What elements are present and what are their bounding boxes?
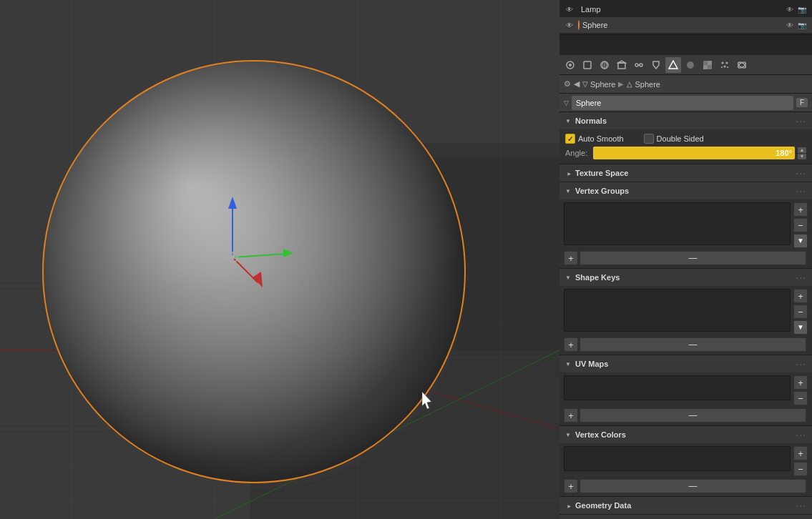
tab-particles[interactable] (717, 57, 733, 73)
geometry-data-options[interactable]: ··· (796, 500, 806, 511)
vertex-colors-remove[interactable]: − (793, 462, 808, 476)
vertex-groups-plus-btn[interactable]: + (564, 251, 578, 265)
shape-keys-minus-btn[interactable]: — (579, 337, 806, 352)
tab-textures[interactable] (700, 57, 715, 73)
lamp-controls: 👁 📷 (785, 6, 808, 14)
lamp-eye-icon[interactable]: 👁 (785, 6, 795, 14)
tab-render[interactable] (562, 57, 578, 73)
uv-maps-plus-btn[interactable]: + (564, 408, 578, 422)
double-sided-checkbox[interactable] (644, 134, 654, 144)
shape-keys-add[interactable]: + (793, 289, 808, 303)
eye-icon-lamp[interactable]: 👁 (564, 4, 575, 15)
sphere-icon (578, 21, 579, 29)
angle-value: 180° (776, 149, 792, 157)
auto-smooth-checkbox[interactable] (565, 134, 575, 144)
vertex-groups-special[interactable]: ▼ (793, 234, 808, 248)
double-sided-label[interactable]: Double Sided (644, 134, 704, 144)
tab-modifiers[interactable] (648, 57, 664, 73)
vertex-groups-remove[interactable]: − (793, 218, 808, 232)
vertex-colors-triangle: ▼ (565, 432, 572, 438)
tab-materials[interactable] (683, 57, 698, 73)
breadcrumb-settings-icon[interactable]: ⚙ (564, 79, 571, 89)
scene-item-lamp[interactable]: 👁 Lamp 👁 📷 (559, 1, 812, 17)
uv-maps-list[interactable] (564, 375, 791, 400)
vertex-groups-list[interactable] (564, 202, 791, 245)
tab-physics[interactable] (734, 57, 750, 73)
vertex-groups-buttons: + − ▼ (793, 202, 808, 248)
uv-maps-options[interactable]: ··· (796, 358, 806, 370)
vertex-colors-body: + − + — (559, 443, 812, 496)
vertex-colors-minus-btn[interactable]: — (579, 479, 806, 493)
tab-object[interactable] (614, 57, 630, 73)
shape-keys-section: ▼ Shape Keys ··· + − ▼ + — (559, 269, 812, 355)
angle-fill (593, 147, 795, 159)
custom-properties-header[interactable]: ▼ Custom Properties ··· (559, 515, 812, 519)
shape-keys-plus-btn[interactable]: + (564, 337, 578, 352)
shape-keys-list[interactable] (564, 289, 791, 332)
svg-rect-45 (584, 61, 591, 69)
normals-header[interactable]: ▼ Normals ··· (559, 112, 812, 129)
texture-space-header[interactable]: ▼ Texture Space ··· (559, 164, 812, 182)
tab-world[interactable] (597, 57, 612, 73)
uv-maps-add[interactable]: + (793, 375, 808, 390)
angle-down-arrow[interactable]: ▼ (798, 154, 806, 159)
vertex-groups-list-area: + − ▼ (564, 202, 808, 248)
viewport-3d[interactable] (0, 0, 559, 519)
svg-point-55 (687, 61, 694, 69)
uv-maps-minus-btn[interactable]: — (579, 408, 806, 422)
uv-maps-list-area: + − (564, 375, 808, 405)
angle-bar[interactable]: 180° (593, 147, 795, 159)
shape-keys-options[interactable]: ··· (796, 272, 806, 283)
shape-keys-special[interactable]: ▼ (793, 320, 808, 335)
normals-options[interactable]: ··· (796, 115, 806, 127)
f-badge[interactable]: F (796, 98, 808, 107)
eye-icon-sphere[interactable]: 👁 (564, 19, 575, 31)
lamp-camera-icon[interactable]: 📷 (796, 6, 808, 14)
vertex-colors-list[interactable] (564, 446, 791, 471)
breadcrumb-mesh-name: Sphere (590, 80, 615, 89)
uv-maps-section: ▼ UV Maps ··· + − + — (559, 355, 812, 426)
svg-point-44 (569, 64, 572, 66)
shape-keys-bottom: + — (564, 337, 808, 352)
vertex-colors-bottom: + — (564, 479, 808, 493)
sphere-camera-icon[interactable]: 📷 (796, 21, 808, 29)
geometry-data-header[interactable]: ▼ Geometry Data ··· (559, 497, 812, 514)
uv-maps-body: + − + — (559, 372, 812, 425)
properties-panel: 👁 Lamp 👁 📷 👁 Sphere 👁 📷 (559, 0, 812, 519)
shape-keys-body: + − ▼ + — (559, 286, 812, 355)
vertex-groups-minus-btn[interactable]: — (579, 251, 806, 265)
shape-keys-header[interactable]: ▼ Shape Keys ··· (559, 269, 812, 286)
vertex-colors-plus-btn[interactable]: + (564, 479, 578, 493)
sphere-eye-icon[interactable]: 👁 (785, 21, 795, 29)
normals-section: ▼ Normals ··· Auto Smooth Double Sided (559, 112, 812, 164)
vertex-groups-header[interactable]: ▼ Vertex Groups ··· (559, 182, 812, 199)
object-triangle-icon: ▽ (564, 99, 569, 107)
vertex-groups-bottom: + — (564, 251, 808, 265)
uv-maps-remove[interactable]: − (793, 391, 808, 405)
tab-data[interactable] (665, 57, 681, 73)
scene-item-sphere[interactable]: 👁 Sphere 👁 📷 (559, 17, 812, 33)
vertex-groups-body: + − ▼ + — (559, 199, 812, 268)
breadcrumb-back-icon[interactable]: ◀ (574, 79, 579, 89)
uv-maps-triangle: ▼ (565, 361, 572, 367)
lamp-name: Lamp (581, 5, 782, 14)
object-name-input[interactable] (572, 96, 793, 110)
vertex-colors-header[interactable]: ▼ Vertex Colors ··· (559, 426, 812, 443)
angle-up-arrow[interactable]: ▲ (798, 147, 806, 153)
tab-scene[interactable] (579, 57, 595, 73)
shape-keys-remove[interactable]: − (793, 305, 808, 319)
shape-keys-title: Shape Keys (575, 273, 793, 282)
svg-marker-50 (618, 61, 625, 63)
auto-smooth-label[interactable]: Auto Smooth (565, 134, 624, 144)
svg-point-60 (722, 61, 724, 64)
texture-space-options[interactable]: ··· (796, 167, 806, 179)
vertex-groups-add[interactable]: + (793, 202, 808, 217)
breadcrumb: ⚙ ◀ ▽ Sphere ▶ △ Sphere (559, 75, 812, 94)
vertex-colors-options[interactable]: ··· (796, 429, 806, 440)
vertex-colors-add[interactable]: + (793, 446, 808, 460)
tab-constraints[interactable] (631, 57, 647, 73)
uv-maps-header[interactable]: ▼ UV Maps ··· (559, 355, 812, 372)
object-name-bar: ▽ F (559, 94, 812, 112)
properties-tabs (559, 55, 812, 75)
vertex-groups-options[interactable]: ··· (796, 185, 806, 197)
